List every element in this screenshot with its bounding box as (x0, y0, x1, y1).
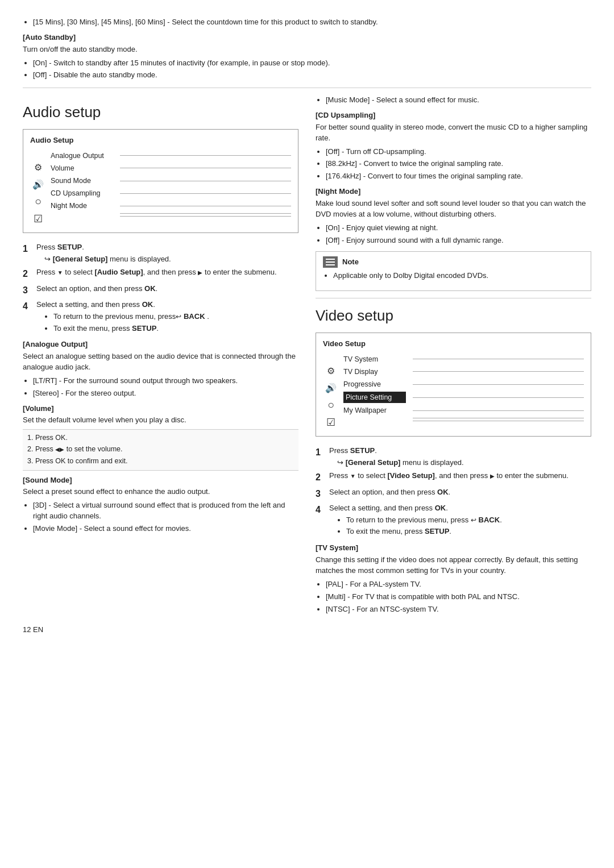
video-item-label-4: My Wallpaper (343, 405, 406, 416)
tv-bullet-0: [PAL] - For a PAL-system TV. (326, 579, 591, 590)
video-menu-item-4: My Wallpaper (343, 404, 584, 417)
video-circle-icon: ○ (323, 397, 339, 413)
sound-mode-desc: Select a preset sound effect to enhance … (23, 487, 298, 497)
video-item-label-2: Progressive (343, 379, 406, 389)
video-item-label-0: TV System (343, 354, 406, 364)
audio-step-4-num: 4 (23, 300, 32, 335)
audio-menu-item-0: Analogue Output (51, 149, 291, 162)
audio-item-label-4: Night Mode (51, 201, 113, 211)
cd-bullet-1: [88.2kHz] - Convert to twice the origina… (326, 159, 591, 169)
video-menu-item-0: TV System (343, 353, 584, 366)
audio-menu-line-4 (120, 206, 291, 206)
audio-step-2: 2 Press to select [Audio Setup], and the… (23, 267, 298, 280)
audio-item-label-3: CD Upsampling (51, 188, 113, 198)
audio-item-label-0: Analogue Output (51, 151, 113, 161)
video-menu-line-6 (413, 421, 584, 421)
video-step-2-num: 2 (316, 471, 325, 484)
video-menu-line-4 (413, 410, 584, 411)
note-box: Note Applicable only to Dolby Digital en… (316, 251, 591, 291)
audio-menu-icons: ⚙ 🔊 ○ ☑ (30, 149, 46, 227)
right-column: [Music Mode] - Select a sound effect for… (316, 95, 591, 619)
video-gear-icon: ⚙ (323, 363, 339, 379)
audio-menu-line-1 (120, 168, 291, 168)
analogue-bullet-1: [Stereo] - For the stereo output. (33, 388, 298, 399)
analogue-bullet-0: [LT/RT] - For the surround sound output … (33, 376, 298, 387)
video-menu-items-area: Video Setup ⚙ 🔊 ○ ☑ TV System (323, 339, 584, 430)
audio-setup-menu-box: Audio Setup ⚙ 🔊 ○ ☑ Analogue Output (23, 129, 298, 233)
page-number: 12 EN (23, 625, 591, 636)
note-header: Note (323, 256, 584, 268)
audio-step-4-sub: To return to the previous menu, press BA… (44, 312, 298, 334)
video-step-4-num: 4 (316, 503, 325, 539)
audio-step-4-content: Select a setting, and then press OK. To … (36, 300, 298, 335)
video-menu-box-title: Video Setup (323, 339, 584, 350)
audio-menu-line-5 (120, 213, 291, 214)
divider-2 (316, 298, 591, 298)
video-step-4: 4 Select a setting, and then press OK. T… (316, 503, 591, 539)
audio-menu-item-3: CD Upsampling (51, 187, 291, 200)
video-step-1-content: Press SETUP. ↪ [General Setup] menu is d… (329, 446, 591, 468)
audio-step-2-content: Press to select [Audio Setup], and then … (36, 267, 298, 280)
video-step-4-sub: To return to the previous menu, press BA… (337, 515, 591, 538)
note-bullets: Applicable only to Dolby Digital encoded… (323, 271, 584, 281)
video-step-4-content: Select a setting, and then press OK. To … (329, 503, 591, 539)
auto-standby-bullet-1: [Off] - Disable the auto standby mode. (33, 70, 591, 81)
video-steps: 1 Press SETUP. ↪ [General Setup] menu is… (316, 446, 591, 539)
sound-mode-header: [Sound Mode] (23, 475, 298, 486)
audio-menu-rows: Analogue Output Volume Sound Mode C (51, 149, 291, 227)
audio-menu-item-2: Sound Mode (51, 175, 291, 187)
night-mode-bullets: [On] - Enjoy quiet viewing at night. [Of… (316, 223, 591, 246)
note-bullet-0: Applicable only to Dolby Digital encoded… (333, 271, 584, 281)
auto-standby-bullets: [On] - Switch to standby after 15 minute… (23, 58, 591, 81)
video-setup-title: Video setup (316, 305, 591, 327)
tv-bullet-2: [NTSC] - For an NTSC-system TV. (326, 604, 591, 615)
video-menu-line-5 (413, 418, 584, 418)
video-step-3-num: 3 (316, 487, 325, 500)
video-step-1-sub: ↪ [General Setup] menu is displayed. (337, 458, 591, 468)
audio-menu-items-area: Audio Setup ⚙ 🔊 ○ ☑ Analogue Output (30, 135, 291, 227)
video-step-1: 1 Press SETUP. ↪ [General Setup] menu is… (316, 446, 591, 468)
divider-1 (23, 88, 591, 88)
music-mode-bullet: [Music Mode] - Select a sound effect for… (326, 95, 591, 106)
video-speaker-icon: 🔊 (323, 380, 339, 396)
cd-bullet-2: [176.4kHz] - Convert to four times the o… (326, 171, 591, 182)
cd-upsampling-desc: For better sound quality in stereo mode,… (316, 122, 591, 144)
volume-steps-box: 1. Press OK. 2. Press to set the volume.… (23, 429, 298, 470)
audio-step-2-num: 2 (23, 267, 32, 280)
audio-menu-line-2 (120, 181, 291, 181)
top-bullet-1: [15 Mins], [30 Mins], [45 Mins], [60 Min… (33, 17, 591, 28)
audio-menu-box-title: Audio Setup (30, 135, 291, 146)
video-step-1-num: 1 (316, 446, 325, 468)
video-menu-line-3 (413, 397, 584, 398)
audio-menu-line-6 (120, 216, 291, 217)
audio-menu-line-0 (120, 155, 291, 156)
volume-desc: Set the default volume level when you pl… (23, 415, 298, 426)
audio-steps: 1 Press SETUP. ↪ [General Setup] menu is… (23, 242, 298, 335)
video-step-2: 2 Press to select [Video Setup], and the… (316, 471, 591, 484)
cd-upsampling-bullets: [Off] - Turn off CD-upsampling. [88.2kHz… (316, 147, 591, 182)
audio-item-label-1: Volume (51, 163, 113, 173)
audio-step-1-num: 1 (23, 242, 32, 265)
video-menu-item-2: Progressive (343, 378, 584, 391)
audio-menu-item-1: Volume (51, 162, 291, 175)
volume-step-2: 2. Press to set the volume. (27, 444, 294, 454)
night-mode-header: [Night Mode] (316, 186, 591, 197)
left-column: Audio setup Audio Setup ⚙ 🔊 ○ ☑ Analogue… (23, 95, 298, 619)
audio-step-1-content: Press SETUP. ↪ [General Setup] menu is d… (36, 242, 298, 265)
audio-step-1-sub: ↪ [General Setup] menu is displayed. (44, 254, 298, 265)
auto-standby-desc: Turn on/off the auto standby mode. (23, 44, 591, 55)
audio-step-3-content: Select an option, and then press OK. (36, 284, 298, 297)
video-menu-line-2 (413, 384, 584, 385)
volume-step-1: 1. Press OK. (27, 433, 294, 443)
audio-menu-item-6 (51, 215, 291, 218)
sound-mode-bullet-0: [3D] - Select a virtual surround sound e… (33, 500, 298, 522)
audio-step-4: 4 Select a setting, and then press OK. T… (23, 300, 298, 335)
video-step-3: 3 Select an option, and then press OK. (316, 487, 591, 500)
circle-icon: ○ (30, 194, 46, 210)
video-item-label-3: Picture Setting (343, 392, 406, 403)
gear-icon: ⚙ (30, 160, 46, 176)
volume-header: [Volume] (23, 404, 298, 414)
video-menu-icons: ⚙ 🔊 ○ ☑ (323, 353, 339, 430)
tv-system-bullets: [PAL] - For a PAL-system TV. [Multi] - F… (316, 579, 591, 615)
video-check-icon: ☑ (323, 414, 339, 430)
